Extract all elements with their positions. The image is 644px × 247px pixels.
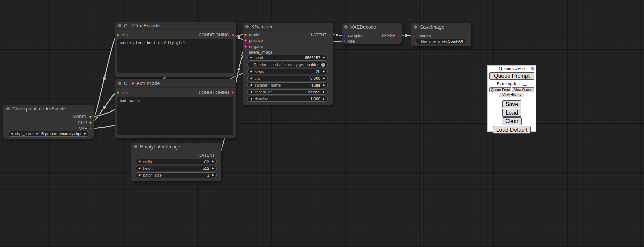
node-title: KSampler bbox=[251, 24, 272, 29]
toggle-on-icon[interactable] bbox=[321, 63, 325, 67]
samples-input-dot[interactable] bbox=[343, 34, 346, 37]
increment-arrow-icon[interactable]: ▶ bbox=[323, 56, 325, 59]
output-slot-clip: CLIP bbox=[78, 120, 92, 125]
node-vae-decode[interactable]: VAEDecode samples vae IMAGE bbox=[342, 23, 402, 44]
decrement-arrow-icon[interactable]: ◀ bbox=[11, 132, 13, 135]
seed-widget[interactable]: ◀ seed 8566257 ▶ bbox=[247, 55, 328, 61]
node-title: CheckpointLoaderSimple bbox=[12, 106, 66, 112]
node-checkpoint-loader-simple[interactable]: CheckpointLoaderSimple MODEL CLIP VAE ◀ … bbox=[3, 105, 94, 139]
decrement-arrow-icon[interactable]: ◀ bbox=[138, 160, 140, 163]
node-titlebar[interactable]: CLIPTextEncode bbox=[115, 79, 236, 88]
image-output-dot[interactable] bbox=[397, 34, 400, 37]
settings-gear-icon[interactable]: ⚙ bbox=[530, 66, 534, 72]
node-clip-text-encode-positive[interactable]: CLIPTextEncode clip CONDITIONING masterp… bbox=[115, 22, 236, 77]
node-save-image[interactable]: SaveImage images filename_prefix ComfyUI bbox=[411, 23, 471, 46]
decrement-arrow-icon[interactable]: ◀ bbox=[250, 84, 252, 87]
decrement-arrow-icon[interactable]: ◀ bbox=[250, 56, 252, 59]
steps-widget[interactable]: ◀ steps 20 ▶ bbox=[247, 69, 328, 74]
increment-arrow-icon[interactable]: ▶ bbox=[323, 77, 325, 80]
increment-arrow-icon[interactable]: ▶ bbox=[212, 167, 214, 170]
clip-input-dot[interactable] bbox=[116, 91, 120, 94]
node-titlebar[interactable]: CheckpointLoaderSimple bbox=[3, 105, 94, 113]
ckpt-name-widget[interactable]: ◀ ckpt_name v1-5-pruned-emaonly.ckpt ▶ bbox=[8, 131, 89, 136]
random-seed-toggle-widget[interactable]: Random seed after every gen enabled bbox=[247, 62, 328, 67]
queue-prompt-button[interactable]: Queue Prompt bbox=[489, 72, 534, 80]
increment-arrow-icon[interactable]: ▶ bbox=[212, 174, 214, 177]
width-widget[interactable]: ◀ width 512 ▶ bbox=[136, 159, 217, 164]
save-button[interactable]: Save bbox=[502, 100, 521, 108]
load-default-button[interactable]: Load Default bbox=[493, 126, 531, 134]
input-slot-clip: clip bbox=[116, 32, 128, 37]
node-titlebar[interactable]: EmptyLatentImage bbox=[131, 143, 221, 151]
output-slot-conditioning: CONDITIONING bbox=[199, 90, 234, 95]
vae-input-dot[interactable] bbox=[343, 40, 346, 43]
latent-output-dot[interactable] bbox=[217, 154, 220, 157]
decrement-arrow-icon[interactable]: ◀ bbox=[138, 167, 140, 170]
increment-arrow-icon[interactable]: ▶ bbox=[84, 132, 86, 135]
denoise-widget[interactable]: ◀ denoise 1.000 ▶ bbox=[247, 96, 328, 102]
increment-arrow-icon[interactable]: ▶ bbox=[323, 98, 325, 100]
latent-image-input-dot[interactable] bbox=[244, 51, 247, 54]
clip-input-dot[interactable] bbox=[116, 33, 120, 36]
increment-arrow-icon[interactable]: ▶ bbox=[323, 91, 325, 93]
input-slot-images: images bbox=[412, 34, 431, 38]
increment-arrow-icon[interactable]: ▶ bbox=[323, 70, 325, 73]
batch-size-widget[interactable]: ◀ batch_size 1 ▶ bbox=[136, 172, 217, 178]
collapse-dot-icon[interactable] bbox=[118, 82, 121, 85]
collapse-dot-icon[interactable] bbox=[118, 24, 121, 27]
decrement-arrow-icon[interactable]: ◀ bbox=[138, 174, 140, 177]
positive-input-dot[interactable] bbox=[244, 39, 247, 42]
node-title: EmptyLatentImage bbox=[140, 144, 181, 150]
node-titlebar[interactable]: KSampler bbox=[243, 23, 333, 31]
latent-output-dot[interactable] bbox=[329, 33, 332, 36]
clip-output-dot[interactable] bbox=[89, 121, 92, 124]
increment-arrow-icon[interactable]: ▶ bbox=[212, 160, 214, 163]
images-input-dot[interactable] bbox=[412, 34, 416, 37]
decrement-arrow-icon[interactable]: ◀ bbox=[250, 98, 252, 100]
collapse-dot-icon[interactable] bbox=[6, 107, 10, 110]
height-widget[interactable]: ◀ height 512 ▶ bbox=[136, 166, 217, 171]
input-slot-vae: vae bbox=[343, 39, 355, 43]
node-titlebar[interactable]: VAEDecode bbox=[342, 23, 402, 31]
input-slot-samples: samples bbox=[343, 33, 363, 38]
collapse-dot-icon[interactable] bbox=[414, 25, 417, 29]
input-slot-clip: clip bbox=[116, 90, 128, 95]
cfg-widget[interactable]: ◀ cfg 8.000 ▶ bbox=[247, 76, 328, 81]
collapse-dot-icon[interactable] bbox=[134, 145, 137, 148]
decrement-arrow-icon[interactable]: ◀ bbox=[250, 91, 252, 93]
input-slot-negative: negative bbox=[244, 44, 264, 49]
view-queue-button[interactable]: View Queue bbox=[512, 87, 534, 92]
collapse-dot-icon[interactable] bbox=[344, 25, 348, 29]
increment-arrow-icon[interactable]: ▶ bbox=[323, 84, 325, 87]
sampler-name-widget[interactable]: ◀ sampler_name euler ▶ bbox=[247, 82, 328, 88]
node-titlebar[interactable]: SaveImage bbox=[411, 23, 471, 31]
conditioning-output-dot[interactable] bbox=[231, 91, 234, 94]
node-title: CLIPTextEncode bbox=[124, 81, 160, 86]
negative-input-dot[interactable] bbox=[244, 45, 247, 48]
input-slot-model: model bbox=[244, 32, 260, 37]
model-output-dot[interactable] bbox=[89, 115, 92, 118]
model-input-dot[interactable] bbox=[244, 33, 247, 36]
filename-prefix-widget[interactable]: filename_prefix ComfyUI bbox=[415, 39, 466, 44]
input-slot-latent-image: latent_image bbox=[244, 50, 273, 54]
output-slot-model: MODEL bbox=[72, 115, 92, 119]
extra-options-checkbox[interactable] bbox=[523, 82, 527, 86]
extra-options-label: Extra options bbox=[497, 81, 521, 86]
decrement-arrow-icon[interactable]: ◀ bbox=[250, 77, 252, 80]
view-history-button[interactable]: View History bbox=[499, 93, 524, 97]
decrement-arrow-icon[interactable]: ◀ bbox=[250, 70, 252, 73]
queue-front-button[interactable]: Queue Front bbox=[489, 87, 511, 92]
node-ksampler[interactable]: KSampler model positive negative latent_… bbox=[243, 23, 333, 105]
collapse-dot-icon[interactable] bbox=[245, 25, 249, 28]
node-titlebar[interactable]: CLIPTextEncode bbox=[115, 22, 236, 30]
node-empty-latent-image[interactable]: EmptyLatentImage LATENT ◀ width 512 ▶ ◀ … bbox=[131, 143, 221, 181]
node-clip-text-encode-negative[interactable]: CLIPTextEncode clip CONDITIONING bad han… bbox=[115, 79, 236, 138]
scheduler-widget[interactable]: ◀ scheduler normal ▶ bbox=[247, 89, 328, 95]
clear-button[interactable]: Clear bbox=[502, 117, 522, 125]
load-button[interactable]: Load bbox=[502, 109, 521, 117]
node-title: VAEDecode bbox=[350, 24, 376, 30]
conditioning-output-dot[interactable] bbox=[231, 33, 234, 36]
positive-prompt-textarea[interactable]: masterpiece best quality girl bbox=[117, 39, 233, 73]
vae-output-dot[interactable] bbox=[89, 127, 92, 130]
negative-prompt-textarea[interactable]: bad hands bbox=[117, 97, 233, 135]
